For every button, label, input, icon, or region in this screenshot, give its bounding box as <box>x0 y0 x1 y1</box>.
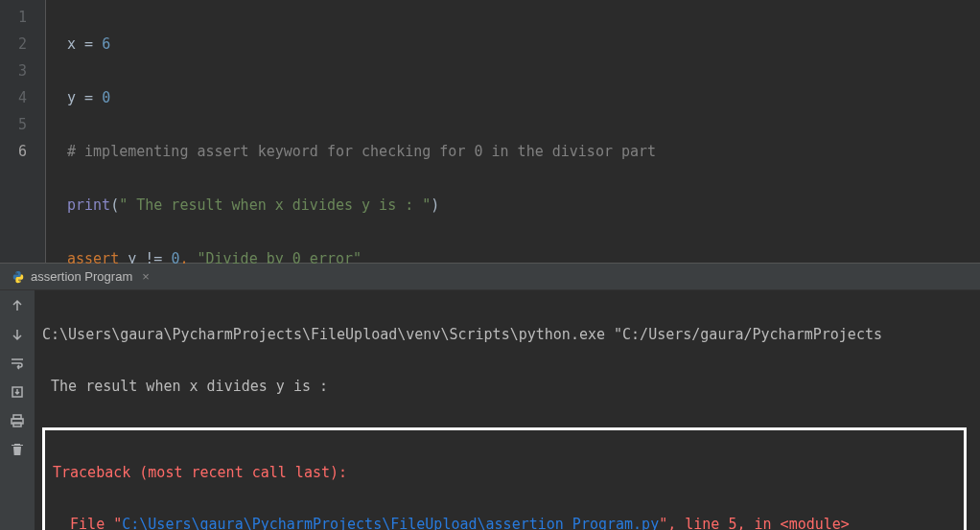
paren: ( <box>110 196 119 214</box>
down-stack-icon[interactable] <box>6 323 29 346</box>
number-literal: 0 <box>102 89 110 106</box>
run-toolbar <box>0 290 35 530</box>
traceback-file-line: File "C:\Users\gaura\PycharmProjects\Fil… <box>53 512 956 530</box>
line-number: 5 <box>0 111 45 138</box>
print-icon[interactable] <box>6 409 29 432</box>
variable: x <box>67 35 84 53</box>
tb-file-pre: File " <box>53 516 122 530</box>
number-literal: 6 <box>102 35 110 53</box>
comment: # implementing assert keyword for checki… <box>67 143 656 160</box>
code-body[interactable]: x = 6 y = 0 # implementing assert keywor… <box>46 0 656 263</box>
close-icon[interactable]: × <box>142 269 150 284</box>
console-command: C:\Users\gaura\PycharmProjects\FileUploa… <box>42 322 970 348</box>
run-tool-window: assertion Program × C:\Users\gaura\Pycha… <box>0 264 980 530</box>
code-line[interactable]: print(" The result when x divides y is :… <box>67 192 656 219</box>
python-icon <box>12 270 25 284</box>
paren: ) <box>431 196 439 214</box>
line-number: 6 <box>0 138 45 165</box>
run-tab-bar: assertion Program × <box>0 264 980 290</box>
operator: = <box>84 35 102 53</box>
builtin-fn: print <box>67 196 110 214</box>
line-number: 2 <box>0 31 45 58</box>
tb-file-post: ", line 5, in <module> <box>659 516 850 530</box>
line-number: 3 <box>0 58 45 84</box>
svg-rect-2 <box>13 423 21 426</box>
console-output[interactable]: C:\Users\gaura\PycharmProjects\FileUploa… <box>35 290 980 530</box>
code-line[interactable]: y = 0 <box>67 84 656 111</box>
line-number: 1 <box>0 4 45 31</box>
traceback-header: Traceback (most recent call last): <box>53 460 956 486</box>
scroll-to-end-icon[interactable] <box>6 380 29 403</box>
gutter: 1 2 3 4 5 6 <box>0 0 46 263</box>
up-stack-icon[interactable] <box>6 294 29 317</box>
soft-wrap-icon[interactable] <box>6 352 29 375</box>
trash-icon[interactable] <box>6 438 29 461</box>
console-stdout: The result when x divides y is : <box>42 374 970 400</box>
code-editor[interactable]: 1 2 3 4 5 6 x = 6 y = 0 # implementing a… <box>0 0 980 264</box>
code-line[interactable]: x = 6 <box>67 31 656 58</box>
run-tab-label: assertion Program <box>31 269 132 284</box>
variable: y <box>67 89 84 106</box>
string-literal: " The result when x divides y is : " <box>119 196 431 214</box>
code-line[interactable]: # implementing assert keyword for checki… <box>67 138 656 165</box>
console-wrap: C:\Users\gaura\PycharmProjects\FileUploa… <box>0 290 980 530</box>
operator: = <box>84 89 102 106</box>
traceback-highlight: Traceback (most recent call last): File … <box>42 427 967 530</box>
line-number: 4 <box>0 84 45 111</box>
traceback-file-link[interactable]: C:\Users\gaura\PycharmProjects\FileUploa… <box>122 516 659 530</box>
run-tab[interactable]: assertion Program × <box>12 269 150 284</box>
